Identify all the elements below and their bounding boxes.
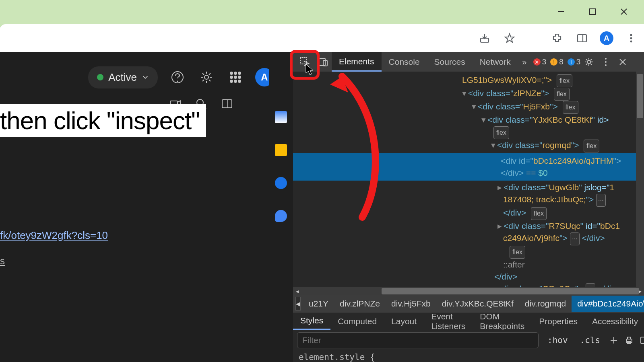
contacts-app-icon[interactable] [275,210,287,222]
dom-vertical-scrollbar[interactable] [636,72,644,287]
tabs-overflow-button[interactable]: » [518,58,531,67]
apps-grid-icon[interactable] [226,68,245,86]
subtab-layout[interactable]: Layout [384,313,424,330]
breadcrumb-item[interactable]: div.Hj5Fxb [386,299,436,309]
keep-app-icon[interactable] [275,144,287,156]
ellipsis-icon[interactable]: ⋯ [570,232,580,245]
subtab-accessibility[interactable]: Accessibility [585,313,644,330]
flex-badge[interactable]: flex [493,126,509,139]
warning-count: 8 [559,58,564,66]
devtools-close-icon[interactable] [616,55,630,69]
ellipsis-icon[interactable]: ⋯ [586,283,595,287]
dom-text: <div class=" [504,221,549,230]
caret-icon[interactable] [472,102,478,111]
styles-filter-input[interactable] [297,332,539,348]
subtab-properties[interactable]: Properties [532,313,585,330]
settings-gear-icon[interactable] [197,68,216,86]
window-close-button[interactable] [617,5,630,18]
status-dropdown[interactable]: Active [88,66,158,88]
panel-icon[interactable] [221,97,234,111]
svg-point-10 [630,37,632,39]
breadcrumb-item-selected[interactable]: div#bDc1c249Aio\/qJTHM [572,296,644,312]
flex-badge[interactable]: flex [557,74,572,87]
dom-text: YJxKBc QE8tKf [533,115,592,124]
dom-text: "> [613,156,621,165]
tasks-app-icon[interactable] [275,177,287,189]
svg-point-33 [587,60,590,64]
chevron-down-icon [142,74,149,81]
svg-rect-44 [641,337,644,343]
breadcrumb-back-button[interactable]: ◂ [295,297,301,311]
scroll-right-arrow-icon[interactable]: ▸ [636,287,644,295]
url-fragment-link[interactable]: fk/otey9zW2gfk?cls=10 [0,229,108,242]
annotation-cursor-icon [305,64,315,77]
svg-point-23 [238,80,241,82]
breadcrumb-item[interactable]: div.rogmqd [519,299,572,309]
caret-icon[interactable] [491,140,497,150]
subtab-dom-breakpoints[interactable]: DOM Breakpoints [473,313,532,330]
caret-icon[interactable] [481,115,487,124]
devtools-settings-icon[interactable] [582,55,596,69]
devtools-menu-icon[interactable] [599,55,613,69]
issue-badges[interactable]: ✕3 !8 i3 [533,58,581,66]
new-style-rule-icon[interactable] [609,334,619,347]
annotation-arrow-icon [326,60,390,221]
cls-toggle[interactable]: .cls [577,335,604,345]
element-style-rule[interactable]: element.style { [293,350,644,362]
bookmark-star-icon[interactable] [502,31,517,45]
profile-avatar[interactable]: A [600,31,613,45]
svg-point-14 [204,75,208,79]
dom-text: <div class=" [497,284,543,287]
dom-text: <div class=" [497,140,543,150]
dom-text: jslog=" [582,183,610,192]
ellipsis-icon[interactable]: ⋯ [596,194,606,207]
svg-rect-42 [627,337,631,339]
error-badge-icon: ✕ [533,58,541,66]
svg-point-36 [605,64,607,66]
dom-text: </div> [582,233,605,243]
flex-badge[interactable]: flex [584,140,599,152]
flex-badge[interactable]: flex [510,246,525,259]
svg-point-22 [234,80,237,82]
subtab-event-listeners[interactable]: Event Listeners [424,313,473,330]
dom-text: "> [575,284,583,287]
svg-point-9 [630,34,632,36]
tab-sources[interactable]: Sources [427,52,473,72]
calendar-app-icon[interactable] [275,111,287,123]
flex-badge[interactable]: flex [563,101,578,114]
dom-horizontal-scrollbar[interactable]: ◂ ▸ [293,287,644,295]
subtab-computed[interactable]: Computed [330,313,384,330]
tab-network[interactable]: Network [473,52,518,72]
flex-badge[interactable]: flex [531,207,547,220]
help-icon[interactable] [168,68,187,86]
dom-text: <div class=" [478,102,523,111]
caret-icon[interactable] [491,284,497,287]
dom-text: <div class=" [468,88,514,98]
breadcrumb-item[interactable]: u21Y [303,299,334,309]
caret-icon[interactable] [497,221,504,230]
flex-badge[interactable]: flex [554,88,570,101]
window-maximize-button[interactable] [586,5,599,18]
breadcrumb-item[interactable]: div.YJxKBc.QE8tKf [436,299,519,309]
window-minimize-button[interactable] [555,5,568,18]
extensions-icon[interactable] [550,31,564,45]
svg-point-18 [230,76,233,78]
chrome-menu-icon[interactable] [624,31,638,45]
hov-toggle[interactable]: :hov [544,335,571,345]
scroll-left-arrow-icon[interactable]: ◂ [293,287,301,295]
dom-text: QPe6Ge [543,284,576,287]
breadcrumb-item[interactable]: div.zlPNZe [334,299,386,309]
browser-toolbar: A [0,24,644,52]
svg-point-15 [230,72,233,74]
dom-breadcrumb[interactable]: ◂ u21Y div.zlPNZe div.Hj5Fxb div.YJxKBc.… [293,295,644,312]
caret-icon[interactable] [497,183,504,192]
install-pwa-icon[interactable] [477,31,492,45]
side-panel-icon[interactable] [575,31,589,45]
computed-panel-toggle-icon[interactable] [640,334,644,347]
styles-filter-row: :hov .cls [293,330,644,350]
dom-text: "> [571,140,579,150]
dom-text: LG51bGwsWyIiXV0=;"> [462,75,552,84]
caret-icon[interactable] [462,88,468,98]
subtab-styles[interactable]: Styles [293,313,330,330]
print-styles-icon[interactable] [624,334,634,347]
